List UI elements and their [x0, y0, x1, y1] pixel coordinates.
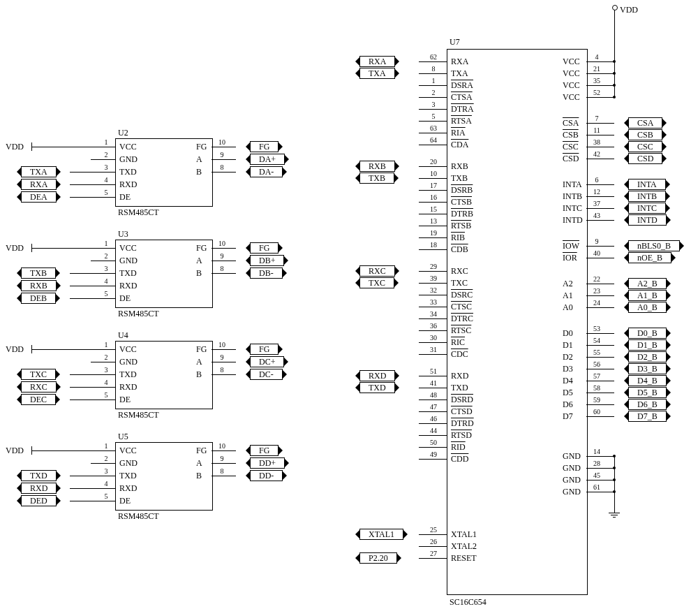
pin-label: GND: [563, 487, 581, 497]
net-nBLS0_B: nBLS0_B: [628, 240, 680, 251]
pin-label: GND: [119, 458, 138, 469]
pin-label: RESET: [451, 553, 477, 564]
pin-label: CDC: [451, 349, 468, 360]
pin-label: CTSD: [451, 406, 473, 417]
pin-label: VCC: [119, 344, 137, 355]
net-TXD: TXD: [21, 470, 57, 481]
pin-label: VCC: [563, 80, 580, 91]
net-DD+: DD+: [250, 457, 285, 469]
net-RXB: RXB: [21, 280, 57, 291]
net-nOE_B: nOE_B: [628, 252, 671, 263]
net-DA-: DA-: [250, 166, 283, 177]
pin-label: TXD: [119, 167, 137, 177]
pin-label: GND: [563, 451, 581, 462]
pin-label: B: [196, 167, 202, 177]
pin-label: INTB: [563, 191, 582, 202]
pin-label: TXB: [451, 173, 468, 184]
pin-label: DTRB: [451, 209, 473, 219]
net-DD-: DD-: [250, 470, 283, 481]
pin-label: CSC: [563, 142, 579, 152]
refdes: U4: [118, 330, 128, 341]
pin-label: TXD: [119, 471, 137, 481]
pin-label: TXC: [451, 278, 468, 288]
pin-label: VCC: [119, 243, 137, 254]
vdd-label: VDD: [6, 243, 24, 254]
net-DEA: DEA: [21, 191, 57, 203]
pin-label: INTA: [563, 179, 582, 190]
pin-label: GND: [563, 463, 581, 474]
net-CSC: CSC: [628, 141, 662, 152]
partnum: RSM485CT: [118, 309, 159, 319]
pin-label: FG: [196, 243, 207, 254]
pin-label: CTSA: [451, 92, 473, 103]
net-RXD: RXD: [359, 370, 395, 381]
vdd-label: VDD: [6, 446, 24, 456]
pin-label: DTRD: [451, 418, 474, 429]
pin-label: CTSB: [451, 197, 472, 207]
pin-label: TXA: [451, 68, 468, 79]
pin-label: INTC: [563, 203, 582, 214]
net-TXA: TXA: [359, 68, 395, 79]
partnum: SC16C654: [450, 597, 487, 608]
pin-label: CDB: [451, 244, 468, 255]
net-INTA: INTA: [628, 179, 666, 190]
pin-label: B: [196, 268, 202, 279]
pin-label: D0: [563, 328, 573, 339]
net-DEB: DEB: [21, 293, 56, 304]
net-RXC: RXC: [21, 381, 57, 393]
net-D2_B: D2_B: [628, 351, 667, 362]
pin-label: CSB: [563, 130, 579, 140]
net-D1_B: D1_B: [628, 339, 667, 351]
pin-label: RXD: [119, 179, 137, 190]
net-TXC: TXC: [359, 277, 394, 288]
pin-label: RTSA: [451, 116, 472, 126]
pin-label: D5: [563, 388, 573, 398]
pin-label: DSRB: [451, 185, 473, 196]
net-D7_B: D7_B: [628, 411, 667, 422]
pin-label: VCC: [563, 57, 580, 67]
refdes: U5: [118, 432, 128, 442]
pin-label: GND: [563, 475, 581, 485]
pin-label: A: [196, 154, 202, 165]
net-TXC: TXC: [21, 369, 56, 380]
pin-label: D2: [563, 352, 573, 362]
net-TXA: TXA: [21, 166, 57, 177]
pin-label: RXD: [119, 281, 137, 291]
refdes: U7: [450, 37, 460, 47]
pin-label: TXD: [119, 268, 137, 279]
net-TXB: TXB: [21, 267, 56, 279]
net-D4_B: D4_B: [628, 375, 667, 386]
vdd-label: VDD: [6, 142, 24, 152]
schematic-canvas: U2RSM485CTVCC1VDDGND2TXD3TXARXD4RXADE5DE…: [0, 0, 698, 616]
pin-label: CDD: [451, 454, 468, 464]
pin-label: DSRC: [451, 290, 473, 300]
net-DEC: DEC: [21, 394, 56, 405]
pin-label: VCC: [119, 142, 137, 152]
pin-label: A: [196, 458, 202, 469]
net-DB+: DB+: [250, 255, 284, 266]
pin-label: DTRA: [451, 104, 474, 115]
pin-label: A: [196, 357, 202, 367]
net-RXA: RXA: [21, 179, 57, 190]
partnum: RSM485CT: [118, 410, 159, 420]
partnum: RSM485CT: [118, 207, 159, 218]
pin-label: VCC: [563, 92, 580, 103]
net-TXB: TXB: [359, 173, 394, 184]
net-DB-: DB-: [250, 267, 283, 279]
vdd-label: VDD: [6, 344, 24, 355]
pin-label: A1: [563, 291, 573, 301]
net-FG: FG: [250, 141, 279, 152]
net-DC-: DC-: [250, 369, 283, 380]
pin-label: TXD: [451, 383, 468, 393]
pin-label: RXD: [119, 483, 137, 494]
pin-label: FG: [196, 142, 207, 152]
pin-label: GND: [119, 357, 138, 367]
pin-label: DE: [119, 293, 131, 304]
net-D6_B: D6_B: [628, 399, 667, 410]
pin-label: CSA: [563, 118, 579, 129]
pin-label: RXD: [119, 382, 137, 393]
pin-label: TXD: [119, 369, 137, 380]
pin-label: D7: [563, 411, 573, 422]
pin-label: IOR: [563, 253, 577, 263]
net-A2_B: A2_B: [628, 278, 667, 289]
